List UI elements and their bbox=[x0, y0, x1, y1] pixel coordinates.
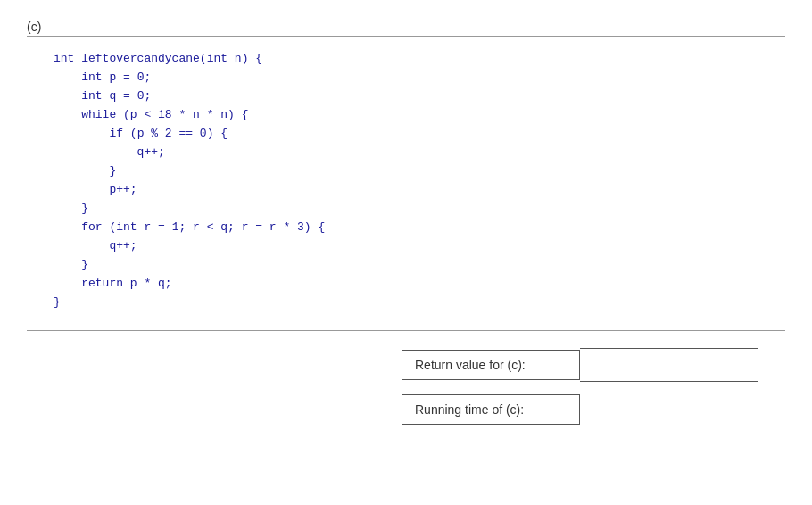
code-line-6: q++; bbox=[54, 143, 325, 161]
code-line-9: } bbox=[54, 199, 325, 218]
code-line-14: } bbox=[54, 293, 325, 311]
running-time-input[interactable] bbox=[580, 393, 758, 426]
code-line-12: } bbox=[54, 255, 325, 274]
running-time-label: Running time of (c): bbox=[402, 394, 580, 425]
return-value-label: Return value for (c): bbox=[402, 350, 580, 380]
code-block: int leftovercandycane(int n) { int p = 0… bbox=[54, 49, 325, 311]
code-line-7: } bbox=[54, 161, 325, 180]
code-line-1: int leftovercandycane(int n) { bbox=[54, 49, 325, 68]
bottom-divider bbox=[27, 330, 785, 331]
return-value-row: Return value for (c): bbox=[402, 348, 758, 382]
code-line-2: int p = 0; bbox=[54, 68, 325, 87]
code-line-8: p++; bbox=[54, 180, 325, 199]
code-line-13: return p * q; bbox=[54, 274, 325, 293]
code-line-3: int q = 0; bbox=[54, 87, 325, 105]
page-container: (c) int leftovercandycane(int n) { int p… bbox=[0, 0, 812, 505]
code-line-4: while (p < 18 * n * n) { bbox=[54, 105, 325, 124]
return-value-input[interactable] bbox=[580, 348, 758, 382]
section-label: (c) bbox=[27, 20, 41, 34]
code-line-5: if (p % 2 == 0) { bbox=[54, 124, 325, 143]
code-line-10: for (int r = 1; r < q; r = r * 3) { bbox=[54, 218, 325, 236]
running-time-row: Running time of (c): bbox=[402, 393, 758, 426]
answer-section: Return value for (c): Running time of (c… bbox=[402, 348, 758, 426]
code-line-11: q++; bbox=[54, 236, 325, 255]
top-divider bbox=[27, 36, 785, 37]
